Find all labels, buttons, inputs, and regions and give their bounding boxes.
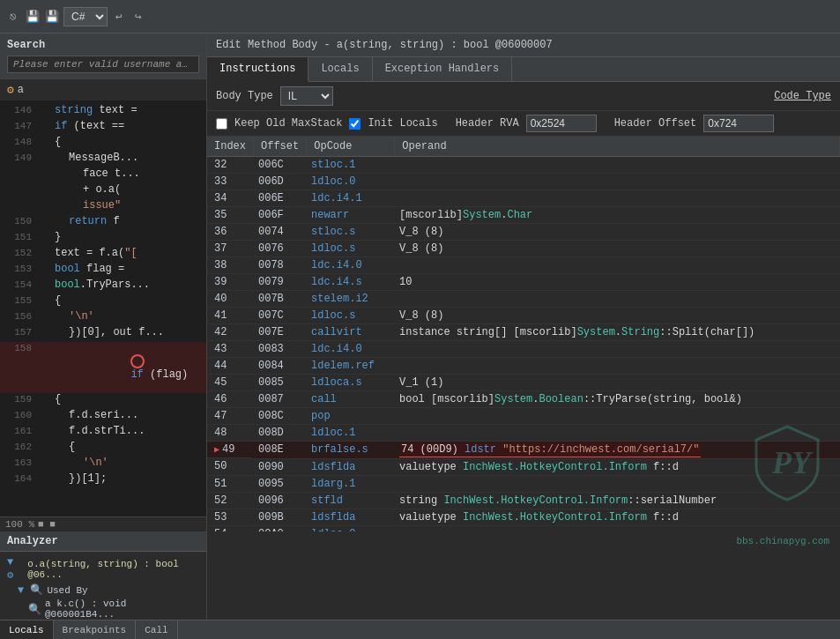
table-row-highlighted[interactable]: ▶49 008E brfalse.s 74 (00D9) ldstr "http… xyxy=(207,442,840,459)
body-type-row: Body Type IL Code Type xyxy=(207,82,840,111)
col-offset: Offset xyxy=(254,137,307,157)
toolbar-icon-3[interactable]: 💾 xyxy=(44,9,60,25)
table-row[interactable]: 36 0074 stloc.s V_8 (8) xyxy=(207,224,840,241)
code-line-148: 148 { xyxy=(0,136,206,152)
table-row[interactable]: 39 0079 ldc.i4.s 10 xyxy=(207,274,840,291)
tab-bar: Instructions Locals Exception Handlers xyxy=(207,57,840,82)
search-result-item[interactable]: ⚙ a xyxy=(0,79,206,100)
code-type-label[interactable]: Code Type xyxy=(774,90,831,102)
redo-icon[interactable]: ↪ xyxy=(130,9,146,25)
table-header: Index Offset OpCode Operand xyxy=(207,137,840,157)
code-line-162: 162 { xyxy=(0,441,206,457)
right-panel: Edit Method Body - a(string, string) : b… xyxy=(207,33,840,531)
col-operand: Operand xyxy=(395,137,840,157)
arrow-icon: ▶ xyxy=(214,444,219,455)
svg-text:Y: Y xyxy=(792,445,814,480)
toolbar-icon-2[interactable]: 💾 xyxy=(25,9,41,25)
table-row[interactable]: 54 00A0 ldloc.0 xyxy=(207,525,840,531)
table-row[interactable]: 41 007C ldloc.s V_8 (8) xyxy=(207,308,840,324)
search-input[interactable]: Please enter valid username and s xyxy=(7,56,199,73)
result-icon: ⚙ xyxy=(7,83,14,97)
code-line-159: 159 { xyxy=(0,393,206,409)
analyzer-item-1: ▼ ⚙ o.a(string, string) : bool @06... xyxy=(7,555,199,583)
zoom-controls[interactable]: ■ ■ xyxy=(38,519,56,530)
init-locals-checkbox[interactable] xyxy=(349,118,361,130)
table-row[interactable]: 37 0076 ldloc.s V_8 (8) xyxy=(207,241,840,257)
table-row[interactable]: 40 007B stelem.i2 xyxy=(207,291,840,308)
table-row[interactable]: 51 0095 ldarg.1 xyxy=(207,475,840,492)
bottom-tab-locals[interactable]: Locals xyxy=(0,620,54,639)
code-line-154: 154 bool.TryPars... xyxy=(0,279,206,294)
header-rva-input[interactable] xyxy=(526,115,597,132)
table-row[interactable]: 34 006E ldc.i4.1 xyxy=(207,190,840,207)
code-line-153: 153 bool flag = xyxy=(0,263,206,279)
instructions-scroll[interactable]: 32 006C stloc.1 33 006D ldloc.0 34 xyxy=(207,157,840,531)
analyzer-ref: a k.c() : void @060001B4... xyxy=(45,598,199,620)
toolbar-icon-1[interactable]: ⎋ xyxy=(5,9,21,25)
table-row[interactable]: 44 0084 ldelem.ref xyxy=(207,358,840,375)
analyzer-ref-icon: 🔍 xyxy=(28,603,41,616)
table-row[interactable]: 43 0083 ldc.i4.0 xyxy=(207,341,840,358)
header-offset-input[interactable] xyxy=(703,115,774,132)
instructions-table: 32 006C stloc.1 33 006D ldloc.0 34 xyxy=(207,157,840,531)
code-line-149: 149 MessageB... xyxy=(0,152,206,167)
bottom-area: Analyzer ▼ ⚙ o.a(string, string) : bool … xyxy=(0,531,840,639)
svg-text:P: P xyxy=(771,445,792,480)
table-row[interactable]: 52 0096 stfld string InchWest.HotkeyCont… xyxy=(207,492,840,509)
search-title: Search xyxy=(7,39,199,51)
result-label: a xyxy=(18,84,24,96)
tab-locals[interactable]: Locals xyxy=(308,57,372,81)
code-line-158: 158 if (flag) xyxy=(0,342,206,393)
code-panel[interactable]: 146 string text = 147 if (text == 148 { … xyxy=(0,100,206,516)
code-line-164: 164 })[1]; xyxy=(0,472,206,488)
body-type-select[interactable]: IL xyxy=(280,86,333,106)
code-line-160: 160 f.d.seri... xyxy=(0,409,206,425)
code-lines: 146 string text = 147 if (text == 148 { … xyxy=(0,100,206,492)
code-line-157: 157 })[0], out f... xyxy=(0,326,206,342)
top-toolbar: ⎋ 💾 💾 C# ↩ ↪ xyxy=(0,0,840,33)
search-box: Search Please enter valid username and s xyxy=(0,33,206,79)
used-by-label: Used By xyxy=(47,585,87,596)
tree-expand-icon[interactable]: ▼ ⚙ xyxy=(7,556,24,582)
table-row[interactable]: 47 008C pop xyxy=(207,408,840,425)
table-row[interactable]: 50 0090 ldsflda valuetype InchWest.Hotke… xyxy=(207,458,840,475)
keep-maxstack-checkbox[interactable] xyxy=(216,118,227,130)
table-row[interactable]: 46 0087 call bool [mscorlib]System.Boole… xyxy=(207,391,840,408)
analyzer-right: bbs.chinapyg.com xyxy=(207,531,840,620)
table-row[interactable]: 35 006F newarr [mscorlib]System.Char xyxy=(207,207,840,224)
table-row[interactable]: 33 006D ldloc.0 xyxy=(207,174,840,190)
tab-exception-handlers[interactable]: Exception Handlers xyxy=(373,57,513,81)
table-row[interactable]: 42 007E callvirt instance string[] [msco… xyxy=(207,324,840,341)
table-row[interactable]: 45 0085 ldloca.s V_1 (1) xyxy=(207,375,840,391)
tab-instructions[interactable]: Instructions xyxy=(207,57,308,82)
analyzer-title: Analyzer xyxy=(0,531,206,552)
code-line-146: 146 string text = xyxy=(0,104,206,120)
undo-icon[interactable]: ↩ xyxy=(111,9,127,25)
used-by-expand-icon[interactable]: ▼ 🔍 xyxy=(18,583,43,597)
init-locals-label: Init Locals xyxy=(368,117,437,130)
analyzer-method: o.a(string, string) : bool @06... xyxy=(27,559,199,580)
analyzer-item-2: ▼ 🔍 Used By xyxy=(7,583,199,598)
code-line-149d: issue" xyxy=(0,199,206,215)
bottom-tab-breakpoints[interactable]: Breakpoints xyxy=(54,620,137,639)
code-line-150: 150 return f xyxy=(0,215,206,231)
col-opcode: OpCode xyxy=(307,137,395,157)
col-index: Index xyxy=(207,137,254,157)
header-offset-label: Header Offset xyxy=(614,117,697,130)
code-line-161: 161 f.d.strTi... xyxy=(0,425,206,441)
table-row[interactable]: 32 006C stloc.1 xyxy=(207,157,840,174)
code-line-151: 151 } xyxy=(0,231,206,247)
table-row[interactable]: 48 008D ldloc.1 xyxy=(207,425,840,442)
code-line-156: 156 '\n' xyxy=(0,310,206,326)
bottom-tab-call[interactable]: Call xyxy=(136,620,177,639)
left-bottom: 100 % ■ ■ xyxy=(0,516,206,531)
language-dropdown[interactable]: C# xyxy=(63,7,108,26)
table-row[interactable]: 53 009B ldsflda valuetype InchWest.Hotke… xyxy=(207,509,840,525)
zoom-level: 100 % xyxy=(5,519,34,530)
header-rva-label: Header RVA xyxy=(456,117,519,130)
table-row[interactable]: 38 0078 ldc.i4.0 xyxy=(207,257,840,274)
analyzer-item-3: 🔍 a k.c() : void @060001B4... xyxy=(7,598,199,620)
code-line-149b: face t... xyxy=(0,167,206,183)
code-line-155: 155 { xyxy=(0,294,206,310)
keep-row: Keep Old MaxStack Init Locals Header RVA… xyxy=(207,111,840,137)
